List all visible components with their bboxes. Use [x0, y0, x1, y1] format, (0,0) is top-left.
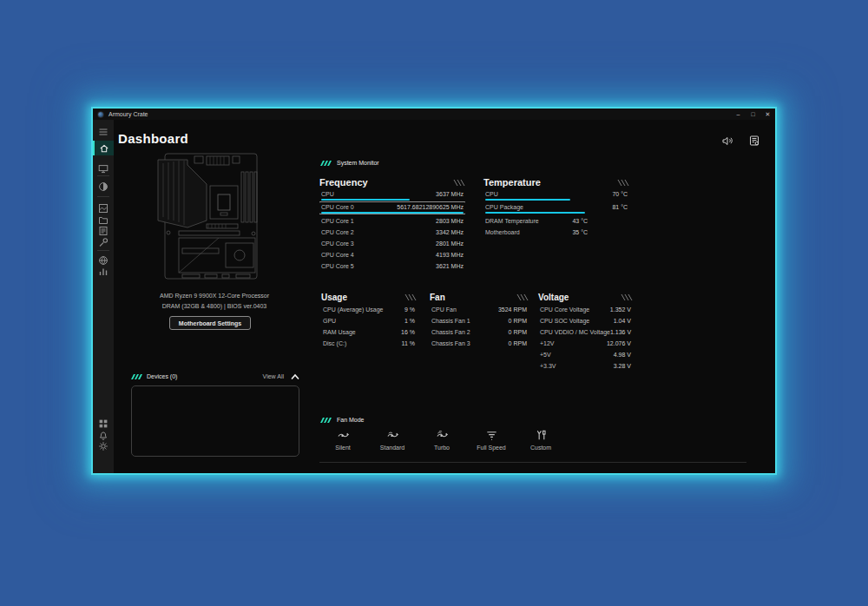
fan-mode-silent-button[interactable]: Silent	[322, 429, 364, 457]
fan-panel: Fan CPU Fan3524 RPM Chassis Fan 10 RPM C…	[430, 290, 529, 349]
panel-handle-icon	[617, 179, 629, 187]
voltage-title: Voltage	[538, 293, 569, 302]
titlebar: Armoury Crate – □ ✕	[93, 109, 775, 120]
frequency-title: Frequency	[319, 177, 368, 188]
sidebar-item-home[interactable]	[93, 141, 114, 155]
frequency-panel: Frequency CPU3637 MHz CPU Core 05617.682…	[319, 175, 465, 274]
sidebar-item-stats-icon[interactable]	[98, 267, 108, 277]
fan-title: Fan	[430, 293, 445, 302]
panel-handle-icon	[621, 293, 633, 301]
monitor-row[interactable]: CPU Core Voltage1.352 V	[538, 304, 633, 315]
monitor-row[interactable]: CPU VDDIO / MC Voltage1.136 V	[538, 326, 633, 338]
custom-tools-icon	[535, 429, 548, 442]
fan-mode-buttons: Silent Standard Turbo Full Speed Custom	[322, 429, 562, 457]
devices-view-all-link[interactable]: View All	[263, 373, 284, 379]
minimize-button[interactable]: –	[731, 109, 746, 120]
system-monitor-label: System Monitor	[337, 160, 379, 166]
update-center-icon[interactable]	[748, 135, 761, 147]
fan-mode-divider	[319, 462, 746, 463]
sidebar-item-featured-icon[interactable]	[98, 255, 108, 266]
fan-mode-label: Fan Mode	[337, 417, 365, 423]
monitor-row[interactable]: Motherboard35 °C	[483, 227, 629, 238]
temperature-panel: Temperature CPU70 °C CPU Package81 °C DR…	[483, 175, 629, 238]
desktop-background: Armoury Crate – □ ✕	[0, 0, 868, 606]
sidebar-item-tools-icon[interactable]	[98, 237, 108, 247]
monitor-row[interactable]: CPU (Average) Usage9 %	[321, 304, 417, 315]
monitor-row[interactable]: CPU Core 23342 MHz	[319, 227, 465, 238]
panel-handle-icon	[404, 293, 417, 301]
armoury-crate-window: Armoury Crate – □ ✕	[93, 109, 775, 473]
usage-panel: Usage CPU (Average) Usage9 % GPU1 % RAM …	[321, 290, 417, 349]
monitor-row[interactable]: +5V4.98 V	[538, 349, 633, 360]
monitor-row[interactable]: CPU Core 32801 MHz	[319, 238, 465, 249]
monitor-row[interactable]: CPU3637 MHz	[319, 189, 465, 201]
panel-handle-icon	[453, 179, 465, 187]
cpu-info-text: AMD Ryzen 9 9900X 12-Core Processor	[136, 293, 293, 299]
fan-turbo-icon	[436, 429, 449, 442]
main-content: Dashboard	[114, 120, 775, 473]
monitor-row[interactable]: RAM Usage16 %	[321, 326, 417, 338]
sidebar-item-library-icon[interactable]	[98, 214, 108, 225]
page-title: Dashboard	[118, 131, 188, 146]
monitor-row[interactable]: CPU Fan3524 RPM	[430, 304, 529, 315]
monitor-row[interactable]: GPU1 %	[321, 315, 417, 326]
devices-empty-panel	[131, 385, 299, 457]
monitor-row[interactable]: CPU Core 53621 MHz	[319, 260, 465, 272]
voltage-panel: Voltage CPU Core Voltage1.352 V CPU SOC …	[538, 290, 633, 372]
monitor-row[interactable]: CPU Package81 °C	[483, 202, 629, 214]
full-speed-icon	[485, 429, 498, 442]
monitor-row[interactable]: +3.3V3.28 V	[538, 360, 633, 372]
app-logo-icon	[97, 111, 104, 118]
monitor-row[interactable]: CPU Core 44193 MHz	[319, 249, 465, 260]
monitor-row[interactable]: CPU Core 12803 MHz	[319, 215, 465, 227]
fan-mode-turbo-button[interactable]: Turbo	[421, 429, 463, 457]
fan-mode-custom-button[interactable]: Custom	[520, 429, 562, 457]
monitor-row[interactable]: Chassis Fan 10 RPM	[430, 315, 529, 326]
monitor-row[interactable]: +12V12.076 V	[538, 338, 633, 349]
menu-hamburger-icon[interactable]	[98, 127, 108, 137]
fan-silent-icon	[337, 429, 350, 442]
settings-gear-icon[interactable]	[98, 441, 108, 451]
motherboard-image	[156, 151, 266, 281]
fan-standard-icon	[386, 429, 399, 442]
monitor-row[interactable]: CPU Core 64093 MHz	[319, 272, 465, 274]
monitor-row[interactable]: Disc (C:)11 %	[321, 338, 417, 349]
monitor-row[interactable]: Chassis Fan 20 RPM	[430, 326, 529, 338]
sidebar-item-apps-icon[interactable]	[98, 418, 108, 429]
frequency-list: CPU3637 MHz CPU Core 05617.68212890625 M…	[319, 189, 465, 274]
sidebar-item-devices-icon[interactable]	[98, 163, 108, 174]
fan-mode-standard-button[interactable]: Standard	[372, 429, 413, 457]
close-button[interactable]: ✕	[760, 109, 775, 120]
motherboard-settings-button[interactable]: Motherboard Settings	[169, 316, 251, 330]
dram-bios-info-text: DRAM (32GB & 4800) | BIOS ver.0403	[136, 303, 293, 309]
announcement-megaphone-icon[interactable]	[721, 135, 734, 147]
sidebar	[93, 120, 114, 473]
temperature-title: Temperature	[483, 177, 541, 188]
armoury-logo-icon	[320, 159, 332, 167]
fan-mode-full-speed-button[interactable]: Full Speed	[470, 429, 512, 457]
window-title: Armoury Crate	[108, 111, 148, 117]
monitor-row-selected[interactable]: CPU Core 05617.68212890625 MHz	[319, 202, 465, 214]
panel-handle-icon	[516, 293, 529, 301]
monitor-row[interactable]: DRAM Temperature43 °C	[483, 215, 629, 227]
armoury-logo-icon	[320, 416, 332, 424]
sidebar-item-aura-icon[interactable]	[98, 181, 108, 192]
sidebar-item-scenario-icon[interactable]	[98, 203, 108, 214]
usage-title: Usage	[321, 293, 347, 302]
monitor-row[interactable]: Chassis Fan 30 RPM	[430, 338, 529, 349]
devices-label: Devices (0)	[147, 373, 177, 379]
monitor-row[interactable]: CPU70 °C	[483, 189, 629, 201]
monitor-row[interactable]: CPU SOC Voltage1.04 V	[538, 315, 633, 326]
notifications-bell-icon[interactable]	[98, 430, 108, 440]
sidebar-item-news-icon[interactable]	[98, 226, 108, 236]
armoury-logo-icon	[131, 372, 142, 380]
chevron-up-icon[interactable]	[291, 373, 299, 380]
maximize-button[interactable]: □	[746, 109, 760, 120]
